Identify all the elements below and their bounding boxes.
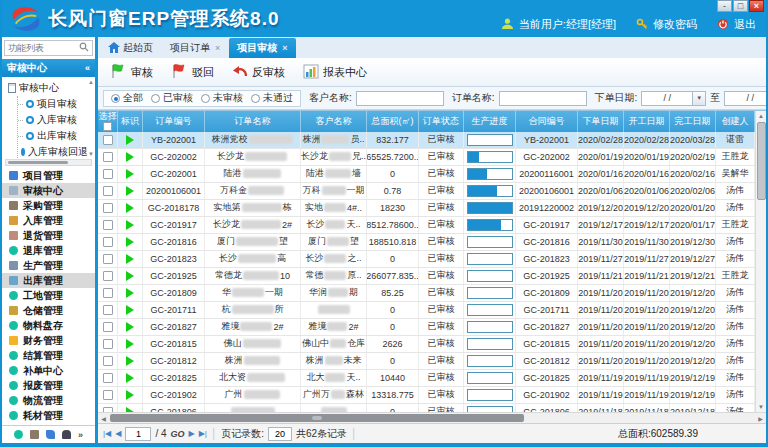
logout-link[interactable]: 退出 <box>734 17 756 32</box>
column-header[interactable]: 订单编号 <box>143 111 205 132</box>
tree-item[interactable]: 入库审核 <box>18 112 87 128</box>
row-checkbox[interactable] <box>103 237 113 247</box>
sidebar-menu-item[interactable]: 物料盘存 <box>2 318 95 333</box>
row-checkbox[interactable] <box>103 339 113 349</box>
dot-icon[interactable] <box>14 430 23 439</box>
tree-item[interactable]: 出库审核 <box>18 128 87 144</box>
hscroll-thumb[interactable] <box>110 414 524 422</box>
scroll-left-icon[interactable]: ◀ <box>98 415 109 422</box>
toolbar-button[interactable]: 审核 <box>104 61 163 83</box>
vertical-scrollbar[interactable]: ▲ ▼ <box>755 111 766 413</box>
sidebar-menu-item[interactable]: 入库管理 <box>2 213 95 228</box>
row-checkbox[interactable] <box>103 169 113 179</box>
maximize-button[interactable]: □ <box>733 0 748 12</box>
row-checkbox[interactable] <box>103 220 113 230</box>
page-number-input[interactable] <box>125 427 151 441</box>
sidebar-menu-item[interactable]: 生产管理 <box>2 258 95 273</box>
table-row[interactable]: GC-201925 常德龙10 常德原.. 266077.835.. 已审核 G… <box>98 268 755 285</box>
table-row[interactable]: GC-201827 雅境2# 雅境2# 0 已审核 GC-201827 2019… <box>98 319 755 336</box>
close-button[interactable]: × <box>749 0 764 12</box>
row-checkbox[interactable] <box>103 390 113 400</box>
vscroll-thumb[interactable] <box>757 122 766 200</box>
table-row[interactable]: GC-201917 长沙龙2# 长沙天.. 8512.78600.. 已审核 G… <box>98 217 755 234</box>
toolbar-button[interactable]: 驳回 <box>165 61 224 83</box>
cart-icon[interactable] <box>30 430 39 439</box>
column-header[interactable]: 下单日期 <box>578 111 624 132</box>
last-page-button[interactable]: ▶| <box>199 429 207 438</box>
column-header[interactable]: 选择 <box>98 111 118 132</box>
table-row[interactable]: GC-201816 厦门望 厦门望 188510.818 已审核 GC-2018… <box>98 234 755 251</box>
filter-radio[interactable]: 未通过 <box>251 91 293 105</box>
go-button[interactable]: GO <box>171 429 185 439</box>
next-page-button[interactable]: ▶ <box>189 429 195 438</box>
order-name-input[interactable] <box>499 91 587 106</box>
page-size-input[interactable] <box>268 427 292 441</box>
column-header[interactable]: 总面积(㎡) <box>367 111 419 132</box>
sidebar-menu-item[interactable]: 工地管理 <box>2 288 95 303</box>
toolbar-button[interactable]: 报表中心 <box>297 62 377 83</box>
column-header[interactable]: 开工日期 <box>624 111 670 132</box>
sidebar-menu-item[interactable]: 报废管理 <box>2 378 95 393</box>
table-row[interactable]: GC-201809 华一期 华润期 85.25 已审核 GC-201809 20… <box>98 285 755 302</box>
sidebar-menu-item[interactable]: 出库管理 <box>2 273 95 288</box>
tree-hscrollbar[interactable] <box>5 159 92 166</box>
table-row[interactable]: 20200106001 万科金 万科一期 0.78 已审核 2020010600… <box>98 183 755 200</box>
table-row[interactable]: GC-202001 陆港 陆港墙 0 已审核 20200116001 2020/… <box>98 166 755 183</box>
change-password-link[interactable]: 修改密码 <box>653 17 697 32</box>
table-row[interactable]: GC-201812 株洲 株洲未来 0 已审核 GC-201812 2019/1… <box>98 353 755 370</box>
row-checkbox[interactable] <box>103 356 113 366</box>
tree-item[interactable]: 入库审核回退 <box>18 144 87 159</box>
table-row[interactable]: GC-2018178 实地第栋 实地4#.. 18230 已审核 2019122… <box>98 200 755 217</box>
more-icon[interactable]: » <box>78 430 83 440</box>
table-row[interactable]: GC-201823 长沙高 长沙之.. 0 已审核 GC-201823 2019… <box>98 251 755 268</box>
table-row[interactable]: GC-201815 佛山 佛山中仓库 2626 已审核 GC-201815 20… <box>98 336 755 353</box>
collapse-icon[interactable]: « <box>85 63 90 73</box>
column-header[interactable]: 标识 <box>118 111 143 132</box>
sidebar-menu-item[interactable]: 退货管理 <box>2 228 95 243</box>
row-checkbox[interactable] <box>103 135 113 145</box>
column-header[interactable]: 完工日期 <box>670 111 716 132</box>
tab-close-icon[interactable]: × <box>282 43 287 53</box>
column-header[interactable]: 合同编号 <box>516 111 578 132</box>
row-checkbox[interactable] <box>103 288 113 298</box>
prev-page-button[interactable]: ◀ <box>115 429 121 438</box>
sidebar-menu-item[interactable]: 结算管理 <box>2 348 95 363</box>
column-header[interactable]: 生产进度 <box>464 111 516 132</box>
chevron-down-icon[interactable]: ▼ <box>693 91 706 106</box>
minimize-button[interactable]: - <box>717 0 732 12</box>
table-row[interactable]: YB-202001 株洲党校 株洲员.. 832.177 已审核 YB-2020… <box>98 132 755 149</box>
tab[interactable]: 项目审核 × <box>229 38 295 58</box>
row-checkbox[interactable] <box>103 254 113 264</box>
tab[interactable]: 起始页 <box>100 38 161 58</box>
column-header[interactable]: 订单名称 <box>205 111 301 132</box>
filter-radio[interactable]: 已审核 <box>151 91 193 105</box>
filter-radio[interactable]: 未审核 <box>201 91 243 105</box>
row-checkbox[interactable] <box>103 305 113 315</box>
tree-root[interactable]: 审核中心 <box>8 80 87 96</box>
sidebar-menu-item[interactable]: 退库管理 <box>2 243 95 258</box>
tree-scroll-arrows[interactable]: ▲▼ <box>88 79 94 157</box>
tree-item[interactable]: 项目审核 <box>18 96 87 112</box>
select-all-checkbox[interactable] <box>103 122 112 131</box>
sidebar-menu-item[interactable]: 耗材管理 <box>2 408 95 423</box>
row-checkbox[interactable] <box>103 373 113 383</box>
filter-radio[interactable]: 全部 <box>111 91 143 105</box>
horizontal-scrollbar[interactable]: ◀ ▶ <box>98 412 766 423</box>
sidebar-menu-item[interactable]: 补单中心 <box>2 363 95 378</box>
sidebar-menu-item[interactable]: 物流管理 <box>2 393 95 408</box>
row-checkbox[interactable] <box>103 271 113 281</box>
function-search-input[interactable] <box>8 43 79 53</box>
column-header[interactable]: 客户名称 <box>301 111 367 132</box>
tab-close-icon[interactable]: × <box>215 43 220 53</box>
table-row[interactable]: GC-201711 杭所 0 已审核 GC-201711 2019/11/20 … <box>98 302 755 319</box>
customer-name-input[interactable] <box>356 91 444 106</box>
table-row[interactable]: GC-201902 广州 广州万森林 13318.775 已审核 GC-2019… <box>98 387 755 404</box>
sidebar-menu-item[interactable]: 财务管理 <box>2 333 95 348</box>
pen-icon[interactable] <box>46 430 55 439</box>
person-icon[interactable] <box>62 430 71 439</box>
first-page-button[interactable]: |◀ <box>103 429 111 438</box>
sidebar-section-header[interactable]: 审核中心 « <box>2 59 95 77</box>
row-checkbox[interactable] <box>103 322 113 332</box>
sidebar-menu-item[interactable]: 审核中心 <box>2 183 95 198</box>
row-checkbox[interactable] <box>103 152 113 162</box>
